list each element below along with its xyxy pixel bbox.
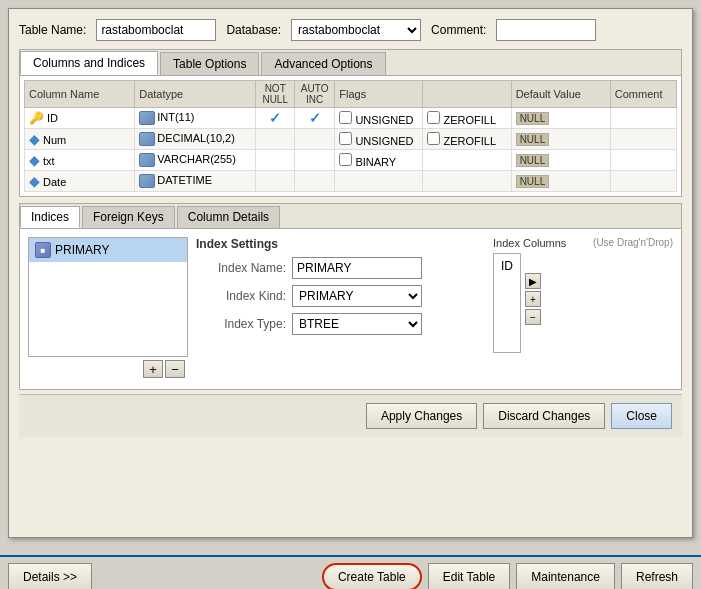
discard-changes-button[interactable]: Discard Changes — [483, 403, 605, 429]
columns-table: Column Name Datatype NOTNULL AUTOINC Fla… — [24, 80, 677, 192]
bottom-tab-bar: Indices Foreign Keys Column Details — [20, 204, 681, 229]
index-columns-list: ID — [493, 253, 521, 353]
tab-indices[interactable]: Indices — [20, 206, 80, 228]
comment-input[interactable] — [496, 19, 596, 41]
list-item[interactable]: ■ PRIMARY — [29, 238, 187, 262]
col-header-notnull: NOTNULL — [256, 81, 295, 108]
index-columns-buttons: ▶ + − — [525, 273, 541, 353]
zerofill-checkbox-id[interactable] — [427, 111, 440, 124]
tab-table-options[interactable]: Table Options — [160, 52, 259, 75]
table-name-input[interactable] — [96, 19, 216, 41]
details-button[interactable]: Details >> — [8, 563, 92, 589]
tab-advanced-options[interactable]: Advanced Options — [261, 52, 385, 75]
col-notnull-id: ✓ — [256, 108, 295, 129]
col-datatype-date: DATETIME — [135, 171, 256, 192]
diamond-icon: ◆ — [29, 152, 40, 168]
column-add-button[interactable]: + — [525, 291, 541, 307]
add-index-button[interactable]: + — [143, 360, 163, 378]
col-flag1-id: UNSIGNED — [335, 108, 423, 129]
col-header-name: Column Name — [25, 81, 135, 108]
col-notnull-txt — [256, 150, 295, 171]
refresh-button[interactable]: Refresh — [621, 563, 693, 589]
col-header-flags: Flags — [335, 81, 423, 108]
col-default-num: NULL — [511, 129, 610, 150]
main-wrapper: Table Name: Database: rastabomboclat Com… — [0, 8, 701, 589]
index-columns-section: Index Columns (Use Drag'n'Drop) ID ▶ + − — [493, 237, 673, 381]
col-name-txt: ◆ txt — [25, 150, 135, 171]
col-notnull-num — [256, 129, 295, 150]
col-autoinc-id: ✓ — [294, 108, 334, 129]
col-header-datatype: Datatype — [135, 81, 256, 108]
col-header-comment: Comment — [610, 81, 676, 108]
index-name-row: Index Name: — [196, 257, 485, 279]
maintenance-button[interactable]: Maintenance — [516, 563, 615, 589]
diamond-icon: ◆ — [29, 131, 40, 147]
col-flag2-date — [423, 171, 511, 192]
bottom-section: Indices Foreign Keys Column Details ■ PR… — [19, 203, 682, 390]
columns-tab-content: Column Name Datatype NOTNULL AUTOINC Fla… — [20, 76, 681, 196]
col-notnull-date — [256, 171, 295, 192]
tab-columns-and-indices[interactable]: Columns and Indices — [20, 51, 158, 75]
col-comment-num — [610, 129, 676, 150]
col-default-txt: NULL — [511, 150, 610, 171]
index-kind-label: Index Kind: — [196, 289, 286, 303]
indices-list: ■ PRIMARY — [28, 237, 188, 357]
binary-checkbox-txt[interactable] — [339, 153, 352, 166]
column-remove-button[interactable]: − — [525, 309, 541, 325]
index-type-select[interactable]: BTREE HASH — [292, 313, 422, 335]
apply-changes-button[interactable]: Apply Changes — [366, 403, 477, 429]
main-tab-bar: Columns and Indices Table Options Advanc… — [20, 50, 681, 76]
index-kind-select[interactable]: PRIMARY UNIQUE INDEX FULLTEXT — [292, 285, 422, 307]
col-comment-id — [610, 108, 676, 129]
col-autoinc-date — [294, 171, 334, 192]
edit-table-button[interactable]: Edit Table — [428, 563, 510, 589]
col-default-id: NULL — [511, 108, 610, 129]
index-kind-row: Index Kind: PRIMARY UNIQUE INDEX FULLTEX… — [196, 285, 485, 307]
table-row: ◆ Date DATETIME NULL — [25, 171, 677, 192]
col-name-date: ◆ Date — [25, 171, 135, 192]
index-columns-body: ID ▶ + − — [493, 253, 673, 353]
close-button[interactable]: Close — [611, 403, 672, 429]
index-settings-title: Index Settings — [196, 237, 485, 251]
col-autoinc-txt — [294, 150, 334, 171]
index-columns-label: Index Columns — [493, 237, 566, 249]
col-header-default: Default Value — [511, 81, 610, 108]
col-header-flags2 — [423, 81, 511, 108]
remove-index-button[interactable]: − — [165, 360, 185, 378]
key-icon: 🔑 — [29, 111, 44, 125]
top-bar: Table Name: Database: rastabomboclat Com… — [19, 19, 682, 41]
indices-list-container: ■ PRIMARY + − — [28, 237, 188, 381]
indices-content: ■ PRIMARY + − Index Settings Index Name: — [20, 229, 681, 389]
col-comment-txt — [610, 150, 676, 171]
index-columns-header: Index Columns (Use Drag'n'Drop) — [493, 237, 673, 249]
col-flag2-id: ZEROFILL — [423, 108, 511, 129]
unsigned-checkbox-id[interactable] — [339, 111, 352, 124]
datatype-icon — [139, 132, 155, 146]
col-datatype-num: DECIMAL(10,2) — [135, 129, 256, 150]
datatype-icon — [139, 153, 155, 167]
col-flag1-txt: BINARY — [335, 150, 423, 171]
unsigned-checkbox-num[interactable] — [339, 132, 352, 145]
list-item: ID — [497, 257, 517, 275]
datatype-icon — [139, 111, 155, 125]
column-arrow-right-button[interactable]: ▶ — [525, 273, 541, 289]
drag-hint: (Use Drag'n'Drop) — [593, 237, 673, 249]
tab-foreign-keys[interactable]: Foreign Keys — [82, 206, 175, 228]
col-name-num: ◆ Num — [25, 129, 135, 150]
index-name-label: Index Name: — [196, 261, 286, 275]
create-table-button[interactable]: Create Table — [322, 563, 422, 589]
database-select[interactable]: rastabomboclat — [291, 19, 421, 41]
indices-list-buttons: + − — [28, 357, 188, 381]
index-type-row: Index Type: BTREE HASH — [196, 313, 485, 335]
bottom-toolbar: Details >> Create Table Edit Table Maint… — [0, 555, 701, 589]
col-comment-date — [610, 171, 676, 192]
main-dialog: Table Name: Database: rastabomboclat Com… — [8, 8, 693, 538]
col-flag2-txt — [423, 150, 511, 171]
col-name-id: 🔑 ID — [25, 108, 135, 129]
table-row: ◆ txt VARCHAR(255) BINARY — [25, 150, 677, 171]
zerofill-checkbox-num[interactable] — [427, 132, 440, 145]
diamond-icon: ◆ — [29, 173, 40, 189]
col-datatype-txt: VARCHAR(255) — [135, 150, 256, 171]
tab-column-details[interactable]: Column Details — [177, 206, 280, 228]
index-name-input[interactable] — [292, 257, 422, 279]
